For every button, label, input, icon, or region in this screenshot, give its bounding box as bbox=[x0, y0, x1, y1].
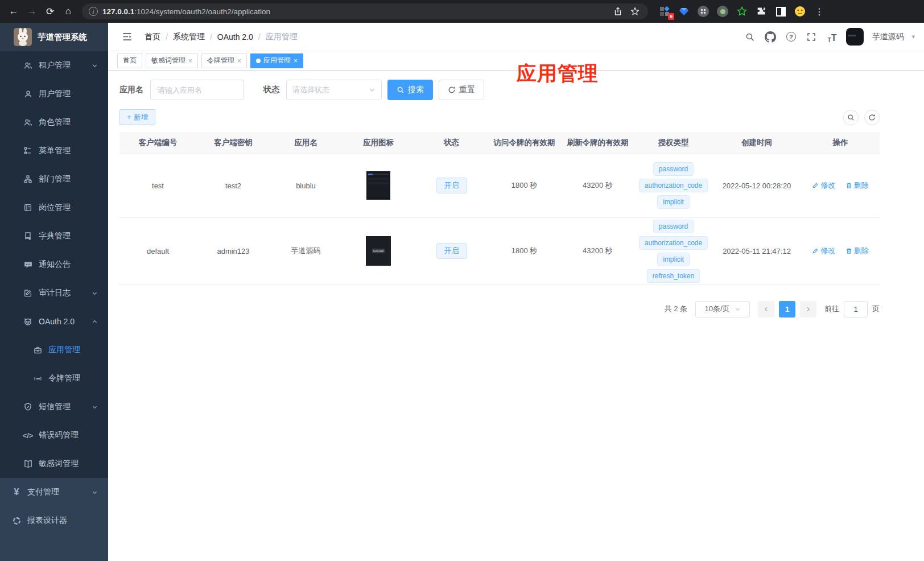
col-app-icon: 应用图标 bbox=[341, 132, 415, 154]
sidebar-item-dict[interactable]: 字典管理 bbox=[0, 222, 108, 250]
extension-grid-icon[interactable]: 9 bbox=[658, 5, 671, 18]
sidebar-item-user[interactable]: 用户管理 bbox=[0, 80, 108, 108]
status-badge[interactable]: 开启 bbox=[436, 243, 467, 259]
sidebar-item-notice[interactable]: 通知公告 bbox=[0, 250, 108, 279]
app-name-input[interactable] bbox=[150, 80, 244, 100]
page-size-select[interactable]: 10条/页 bbox=[695, 301, 750, 317]
browser-reload-button[interactable]: ⟳ bbox=[42, 3, 58, 19]
grant-tag: implicit bbox=[657, 195, 690, 209]
breadcrumb-home[interactable]: 首页 bbox=[145, 32, 160, 42]
goto-page-input[interactable] bbox=[844, 301, 868, 317]
address-bar[interactable]: i 127.0.0.1:1024/system/oauth2/oauth2/ap… bbox=[82, 3, 648, 19]
browser-back-button[interactable]: ← bbox=[6, 3, 22, 19]
breadcrumb-oauth2[interactable]: OAuth 2.0 bbox=[217, 32, 253, 42]
col-app-name: 应用名 bbox=[270, 132, 341, 154]
edit-button[interactable]: 修改 bbox=[812, 180, 835, 191]
report-wheel-icon bbox=[11, 515, 22, 526]
sidebar-collapse-icon[interactable] bbox=[117, 27, 137, 47]
sidebar-item-role[interactable]: 角色管理 bbox=[0, 108, 108, 137]
fullscreen-icon[interactable] bbox=[805, 31, 818, 43]
bookmark-star-icon[interactable] bbox=[629, 5, 641, 18]
close-icon[interactable]: × bbox=[188, 57, 192, 65]
sidebar-item-menu[interactable]: 菜单管理 bbox=[0, 137, 108, 165]
status-select[interactable]: 请选择状态 bbox=[286, 80, 382, 100]
top-navbar: 首页 / 系统管理 / OAuth 2.0 / 应用管理 ? bbox=[108, 23, 924, 51]
sidebar-item-audit-log[interactable]: 审计日志 bbox=[0, 279, 108, 307]
sidebar-item-report-designer[interactable]: 报表设计器 bbox=[0, 506, 108, 535]
cell-created-at: 2022-05-12 00:28:20 bbox=[712, 154, 801, 217]
page-number-1[interactable]: 1 bbox=[779, 301, 795, 317]
browser-forward-button[interactable]: → bbox=[24, 3, 40, 19]
search-button[interactable]: 搜索 bbox=[387, 80, 433, 100]
reset-button[interactable]: 重置 bbox=[439, 80, 484, 100]
sidebar-item-oauth2-application[interactable]: 应用管理 bbox=[0, 336, 108, 364]
avatar[interactable] bbox=[846, 28, 864, 46]
cell-app-name: 芋道源码 bbox=[270, 217, 341, 284]
logo-image bbox=[14, 28, 32, 46]
sidebar-item-label: 字典管理 bbox=[39, 231, 71, 241]
github-icon[interactable] bbox=[764, 31, 777, 43]
tab-home[interactable]: 首页 bbox=[117, 53, 142, 68]
add-button[interactable]: + 新增 bbox=[119, 109, 155, 125]
yen-icon: ¥ bbox=[11, 487, 22, 497]
next-page-button[interactable] bbox=[800, 301, 816, 317]
tab-application[interactable]: 应用管理 × bbox=[250, 53, 303, 68]
sidebar-item-sms[interactable]: 短信管理 bbox=[0, 393, 108, 421]
sidebar-item-label: 租户管理 bbox=[39, 60, 71, 71]
edit-button[interactable]: 修改 bbox=[812, 246, 835, 256]
site-info-icon[interactable]: i bbox=[89, 7, 98, 16]
sidebar-item-oauth2[interactable]: OAuth 2.0 bbox=[0, 307, 108, 336]
sidebar: 芋道管理系统 租户管理 用户管理 bbox=[0, 23, 108, 561]
sidebar-item-tenant[interactable]: 租户管理 bbox=[0, 51, 108, 80]
user-menu-caret-icon[interactable]: ▾ bbox=[911, 33, 915, 40]
sidebar-item-dept[interactable]: 部门管理 bbox=[0, 165, 108, 193]
app-name-label: 应用名 bbox=[119, 85, 143, 95]
font-size-icon[interactable]: TT bbox=[826, 31, 838, 43]
extension-star-icon[interactable] bbox=[736, 5, 748, 18]
sidebar-logo-row[interactable]: 芋道管理系统 bbox=[0, 23, 108, 51]
robot-icon bbox=[23, 316, 33, 327]
status-badge[interactable]: 开启 bbox=[436, 178, 467, 193]
username[interactable]: 芋道源码 bbox=[872, 32, 904, 42]
sidebar-item-label: 部门管理 bbox=[39, 174, 71, 184]
extension-emoji-icon[interactable] bbox=[794, 5, 806, 18]
system-submenu: 租户管理 用户管理 角色管理 bbox=[0, 51, 108, 478]
users-icon bbox=[23, 60, 33, 71]
extensions-puzzle-icon[interactable] bbox=[755, 5, 768, 18]
prev-page-button[interactable] bbox=[758, 301, 774, 317]
refresh-icon bbox=[448, 86, 456, 94]
toggle-search-button[interactable] bbox=[843, 110, 859, 125]
grant-type-tags: password authorization_code implicit ref… bbox=[634, 220, 712, 283]
breadcrumb-system[interactable]: 系统管理 bbox=[173, 32, 205, 42]
close-icon[interactable]: × bbox=[294, 57, 298, 65]
sidebar-item-error-code[interactable]: </> 错误码管理 bbox=[0, 421, 108, 449]
users-icon bbox=[23, 117, 33, 127]
sidebar-item-sensitive-word[interactable]: 敏感词管理 bbox=[0, 449, 108, 478]
chevron-down-icon bbox=[735, 306, 741, 312]
extension-cmd-icon[interactable] bbox=[697, 5, 710, 18]
refresh-table-button[interactable] bbox=[864, 110, 880, 125]
help-icon[interactable]: ? bbox=[785, 31, 797, 43]
browser-home-button[interactable]: ⌂ bbox=[60, 3, 76, 19]
status-label: 状态 bbox=[263, 85, 279, 95]
cell-client-secret: admin123 bbox=[196, 217, 270, 284]
sidebar-item-pay[interactable]: ¥ 支付管理 bbox=[0, 478, 108, 506]
tab-token[interactable]: 令牌管理 × bbox=[201, 53, 247, 68]
sidebar-item-oauth2-token[interactable]: 令牌管理 bbox=[0, 364, 108, 393]
delete-button[interactable]: 删除 bbox=[845, 180, 869, 191]
close-icon[interactable]: × bbox=[237, 57, 241, 65]
tab-sensitive-word[interactable]: 敏感词管理 × bbox=[146, 53, 198, 68]
browser-menu-icon[interactable]: ⋮ bbox=[813, 5, 826, 18]
url-host: 127.0.0.1 bbox=[102, 7, 134, 16]
grant-tag: password bbox=[653, 162, 694, 176]
grant-tag: authorization_code bbox=[639, 236, 708, 250]
page-content: 应用名 状态 请选择状态 搜索 重置 bbox=[108, 71, 924, 317]
share-icon[interactable] bbox=[612, 5, 624, 18]
extension-splitview-icon[interactable] bbox=[774, 5, 787, 18]
header-search-icon[interactable] bbox=[744, 31, 756, 43]
extension-record-icon[interactable] bbox=[716, 5, 729, 18]
sidebar-item-post[interactable]: 岗位管理 bbox=[0, 193, 108, 222]
extension-gem-icon[interactable] bbox=[678, 5, 690, 18]
sidebar-item-label: 支付管理 bbox=[27, 487, 59, 497]
delete-button[interactable]: 删除 bbox=[845, 246, 869, 256]
